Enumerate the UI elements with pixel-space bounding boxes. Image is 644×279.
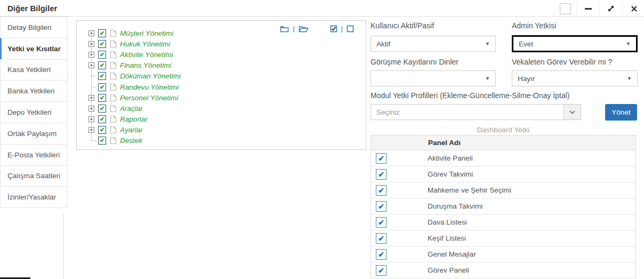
tree-checkbox[interactable]: ✔ xyxy=(98,105,106,113)
tree-branch-stub xyxy=(88,138,94,144)
tree-item-label[interactable]: Hukuk Yönetimi xyxy=(120,40,170,48)
combobox-dropdown-button[interactable] xyxy=(564,105,581,119)
checkmark: ✔ xyxy=(100,127,104,133)
tree-item: + ✔ Personel Yönetimi xyxy=(86,92,181,103)
tree-item-label[interactable]: Araçlar xyxy=(120,105,143,113)
dashboard-table: Panel Adı ✔ Aktivite Paneli ✔ Görev Takv… xyxy=(371,135,636,278)
row-checkbox[interactable]: ✔ xyxy=(376,249,387,260)
divider xyxy=(576,2,577,15)
sidebar-tab-eposta-yetkileri[interactable]: E-Posta Yetkileri xyxy=(0,144,68,166)
sidebar-tab-ortak-paylasim[interactable]: Ortak Paylaşım xyxy=(0,123,68,145)
expand-icon[interactable]: + xyxy=(88,41,94,47)
tree-item-label[interactable]: Müşteri Yönetimi xyxy=(120,29,173,37)
tree-checkbox[interactable]: ✔ xyxy=(98,61,106,69)
kullanici-aktif-select[interactable]: Aktif ▼ xyxy=(371,36,496,52)
tree-item-label[interactable]: Randevu Yönetimi xyxy=(120,83,179,91)
tree-item-label[interactable]: Raporlar xyxy=(120,115,148,123)
tree-checkbox[interactable]: ✔ xyxy=(98,72,106,80)
checkmark: ✔ xyxy=(378,251,384,258)
document-icon xyxy=(110,72,117,80)
maximize-button[interactable] xyxy=(604,2,618,15)
checkmark: ✔ xyxy=(378,219,384,226)
window-controls xyxy=(558,2,641,15)
combobox-placeholder: Seçiniz xyxy=(371,108,564,116)
minimize-button[interactable] xyxy=(581,2,595,15)
checkmark: ✔ xyxy=(100,62,104,68)
table-row: ✔ Dava Listesi xyxy=(371,214,635,230)
row-checkbox[interactable]: ✔ xyxy=(376,185,387,196)
tree-item-label[interactable]: Ayarlar xyxy=(120,126,143,134)
tree-checkbox[interactable]: ✔ xyxy=(98,29,106,37)
vekaleten-select[interactable]: Hayır ▼ xyxy=(512,70,638,86)
expand-icon[interactable]: + xyxy=(88,62,94,68)
check-all-icon[interactable] xyxy=(330,25,337,33)
sidebar-tab-izinler-yasaklar[interactable]: İzinler/Yasaklar xyxy=(0,186,68,208)
checkmark: ✔ xyxy=(378,267,384,274)
tree-checkbox[interactable]: ✔ xyxy=(98,51,106,59)
tree-toolbar: | | xyxy=(280,25,354,33)
checkmark: ✔ xyxy=(378,187,384,194)
tab-label: Ortak Paylaşım xyxy=(7,130,57,138)
sidebar-tab-yetki-ve-kisitlar[interactable]: Yetki ve Kısıtlar xyxy=(0,38,68,60)
tree-checkbox[interactable]: ✔ xyxy=(98,94,106,102)
row-checkbox[interactable]: ✔ xyxy=(376,153,387,164)
sidebar-tab-detay-bilgileri[interactable]: Detay Bilgileri xyxy=(0,17,68,38)
tree-checkbox[interactable]: ✔ xyxy=(98,137,106,145)
tree-checkbox[interactable]: ✔ xyxy=(98,83,106,91)
document-icon xyxy=(110,51,117,59)
expand-icon[interactable]: + xyxy=(88,127,94,133)
expand-icon[interactable]: + xyxy=(88,52,94,58)
kullanici-aktif-label: Kullanıcı Aktif/Pasif xyxy=(371,21,434,30)
tree-item-label[interactable]: Destek xyxy=(120,137,142,145)
expand-icon[interactable]: + xyxy=(88,116,94,122)
checkmark: ✔ xyxy=(378,235,384,242)
row-checkbox[interactable]: ✔ xyxy=(376,201,387,212)
titlebar: Diğer Bilgiler xyxy=(0,0,644,17)
checkmark: ✔ xyxy=(378,155,384,162)
sidebar-tab-banka-yetkileri[interactable]: Banka Yetkileri xyxy=(0,80,68,102)
tab-label: Yetki ve Kısıtlar xyxy=(7,45,61,53)
select-value: Aktif xyxy=(376,40,390,48)
document-icon xyxy=(110,105,117,113)
manage-button[interactable]: Yönet xyxy=(605,104,637,121)
tab-label: İzinler/Yasaklar xyxy=(7,193,56,201)
document-icon xyxy=(110,61,117,69)
checkmark: ✔ xyxy=(100,84,104,90)
sidebar: Detay Bilgileri Yetki ve Kısıtlar Kasa Y… xyxy=(0,17,68,208)
divider xyxy=(599,2,600,15)
tree-checkbox[interactable]: ✔ xyxy=(98,126,106,134)
restore-button[interactable] xyxy=(558,2,572,15)
uncheck-all-icon[interactable] xyxy=(347,25,354,33)
row-label: Keşif Listesi xyxy=(428,234,466,242)
row-checkbox[interactable]: ✔ xyxy=(376,217,387,228)
sidebar-tab-calisma-saatleri[interactable]: Çalışma Saatleri xyxy=(0,165,68,187)
checkmark: ✔ xyxy=(100,52,104,58)
expand-icon[interactable]: + xyxy=(88,95,94,101)
close-button[interactable] xyxy=(627,2,641,15)
row-checkbox[interactable]: ✔ xyxy=(376,169,387,180)
divider: | xyxy=(341,25,343,33)
row-label: Mahkeme ve Şehir Seçimi xyxy=(428,186,511,194)
sidebar-tab-kasa-yetkileri[interactable]: Kasa Yetkileri xyxy=(0,59,68,81)
admin-yetkisi-select[interactable]: Evet ▼ xyxy=(512,35,638,52)
tree-item-label[interactable]: Döküman Yönetimi xyxy=(120,72,181,80)
tree-item: + ✔ Hukuk Yönetimi xyxy=(86,38,181,49)
expand-icon[interactable]: + xyxy=(88,30,94,36)
gorusme-select[interactable]: ▼ xyxy=(371,70,496,86)
expand-all-folder-icon[interactable] xyxy=(299,25,309,33)
sidebar-tab-depo-yetkileri[interactable]: Depo Yetkileri xyxy=(0,101,68,123)
row-checkbox[interactable]: ✔ xyxy=(376,233,387,244)
tree-checkbox[interactable]: ✔ xyxy=(98,115,106,123)
row-checkbox[interactable]: ✔ xyxy=(376,265,387,276)
tree-item-label[interactable]: Aktivite Yönetimi xyxy=(120,51,173,59)
collapse-all-folder-icon[interactable] xyxy=(280,25,289,33)
tree-item-label[interactable]: Personel Yönetimi xyxy=(120,94,178,102)
tree-item-label[interactable]: Finans Yönetimi xyxy=(120,61,172,69)
expand-icon[interactable]: + xyxy=(88,106,94,111)
tree-branch-stub xyxy=(88,73,94,79)
chevron-down-icon: ▼ xyxy=(626,41,631,46)
tree-checkbox[interactable]: ✔ xyxy=(98,40,106,48)
modul-yetki-combobox[interactable]: Seçiniz xyxy=(371,104,581,120)
tab-label: Kasa Yetkileri xyxy=(7,66,51,74)
row-label: Genel Mesajlar xyxy=(428,250,476,258)
